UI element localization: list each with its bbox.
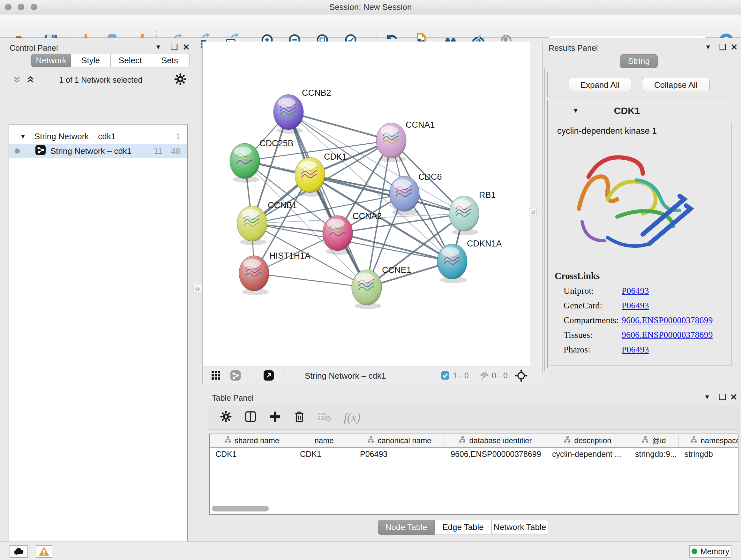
column-header-description[interactable]: description (546, 434, 629, 447)
crosslink-link[interactable]: 9606.ENSP00000378699 (622, 315, 713, 325)
column-header-name[interactable]: name (294, 434, 354, 447)
network-canvas[interactable]: CCNB2CCNA1CDC25BCDK1CDC6RB1CCNB1CCNA2CDK… (202, 42, 530, 367)
network-collection-row[interactable]: ▼ String Network – cdk1 1 (9, 129, 187, 144)
crosslinks-list: Uniprot:P06493GeneCard:P06493Compartment… (550, 286, 731, 355)
network-node-label: CCNA2 (353, 211, 382, 221)
gene-entry: ▼ CDK1 cyclin-dependent kinase 1 (547, 100, 734, 368)
network-node-CDKN1A[interactable]: CDKN1A (437, 239, 502, 283)
crosslink-link[interactable]: P06493 (622, 286, 649, 296)
table-cell[interactable]: CDK1 (294, 448, 354, 461)
expand-collapse-bar: Expand All Collapse All (547, 72, 734, 98)
network-node-label: CCNB2 (302, 88, 331, 98)
column-header-shared-name[interactable]: shared name (210, 434, 294, 447)
tab-string[interactable]: String (620, 54, 658, 68)
results-panel-collapse-icon[interactable]: ▼ (705, 44, 711, 51)
network-tree: ▼ String Network – cdk1 1 String Network… (9, 124, 188, 560)
column-tree-icon (224, 436, 231, 445)
crosslink-row: Compartments:9606.ENSP00000378699 (563, 315, 731, 325)
horizontal-scrollbar-thumb[interactable] (212, 506, 269, 511)
entry-collapse-icon[interactable]: ▼ (572, 107, 579, 114)
table-cell[interactable]: P06493 (354, 448, 445, 461)
selected-checkbox-icon[interactable] (441, 371, 450, 381)
table-tabs: Node TableEdge TableNetwork Table (378, 520, 548, 535)
network-node-RB1[interactable]: RB1 (449, 190, 496, 235)
control-panel-float-icon[interactable]: ❑ (171, 42, 178, 52)
main-toolbar: ? (0, 15, 741, 38)
crosslink-label: Compartments: (563, 315, 622, 325)
table-panel-collapse-icon[interactable]: ▼ (704, 393, 711, 401)
tree-expander-icon[interactable]: ▼ (20, 133, 26, 140)
network-node-CCNE1[interactable]: CCNE1 (352, 265, 411, 309)
table-panel-close-icon[interactable]: ✕ (730, 392, 738, 402)
show-columns-icon[interactable] (244, 410, 257, 424)
collection-count: 1 (176, 132, 180, 141)
memory-button[interactable]: Memory (689, 545, 731, 558)
crosslink-label: Pharos: (563, 345, 622, 355)
warning-button[interactable] (36, 545, 52, 558)
right-splitter-grip[interactable] (529, 208, 537, 216)
table-cell[interactable]: cyclin-dependent ... (546, 448, 629, 461)
table-cell[interactable]: stringdb (679, 448, 738, 461)
control-panel-collapse-icon[interactable]: ▼ (155, 44, 161, 51)
control-panel-close-icon[interactable]: ✕ (183, 42, 190, 52)
results-panel-float-icon[interactable]: ❑ (719, 42, 726, 52)
crosslink-link[interactable]: P06493 (622, 345, 649, 355)
tab-network-table[interactable]: Network Table (491, 520, 548, 535)
cloud-button[interactable] (10, 545, 28, 558)
expand-all-button[interactable]: Expand All (569, 78, 631, 92)
delete-table-icon (318, 411, 332, 423)
fit-crosshair-icon[interactable] (515, 369, 528, 383)
column-header-namespace[interactable]: namespace (679, 434, 738, 447)
network-node-label: CDC6 (418, 172, 442, 182)
network-options-gear-icon[interactable] (174, 73, 187, 87)
tab-style[interactable]: Style (71, 54, 111, 67)
network-edge[interactable] (254, 273, 367, 287)
table-cell[interactable]: stringdb:9... (629, 448, 679, 461)
network-share-badge-icon (230, 370, 241, 382)
birdseye-grid-icon[interactable] (211, 370, 221, 382)
network-node-CDK1[interactable]: CDK1 (295, 152, 347, 197)
network-view-toolbar: String Network – cdk1 1 - 0 0 - 0 (202, 367, 530, 384)
table-row[interactable]: CDK1CDK1P064939606.ENSP00000378699cyclin… (210, 448, 738, 461)
tab-network[interactable]: Network (31, 54, 71, 67)
left-splitter-grip[interactable] (193, 285, 201, 293)
collapse-all-button[interactable]: Collapse All (642, 78, 710, 92)
delete-column-trash-icon[interactable] (293, 411, 306, 424)
toolbar-separator (283, 368, 283, 383)
tab-edge-table[interactable]: Edge Table (434, 520, 491, 535)
network-node-CDC25B[interactable]: CDC25B (230, 138, 293, 183)
crosslink-link[interactable]: P06493 (622, 300, 649, 311)
column-header--id[interactable]: @id (629, 434, 679, 447)
crosslink-row: Tissues:9606.ENSP00000378699 (563, 330, 731, 340)
current-network-dot-icon (15, 148, 20, 153)
column-header-canonical-name[interactable]: canonical name (354, 434, 445, 447)
table-cell[interactable]: CDK1 (210, 448, 294, 461)
selected-node-edge-counts: 1 - 0 (453, 371, 469, 380)
gene-entry-header[interactable]: ▼ CDK1 (548, 100, 734, 121)
table-panel-float-icon[interactable]: ❑ (719, 392, 726, 402)
crosslink-link[interactable]: 9606.ENSP00000378699 (622, 330, 713, 340)
network-node-label: RB1 (479, 190, 496, 200)
tab-node-table[interactable]: Node Table (378, 520, 434, 535)
network-row-selected[interactable]: String Network – cdk1 11 48 (9, 144, 187, 159)
open-external-icon[interactable] (263, 370, 274, 382)
tab-sets[interactable]: Sets (150, 54, 190, 67)
table-cell[interactable]: 9606.ENSP00000378699 (445, 448, 546, 461)
network-node-CCNB1[interactable]: CCNB1 (237, 200, 297, 245)
table-settings-gear-icon[interactable] (220, 411, 232, 424)
column-header-database-identifier[interactable]: database identifier (445, 434, 546, 447)
network-node-CCNA1[interactable]: CCNA1 (376, 120, 435, 162)
results-panel-close-icon[interactable]: ✕ (731, 42, 738, 52)
application-window: Session: New Session (0, 0, 741, 560)
toolbar-separator (246, 368, 246, 383)
column-tree-icon (564, 436, 571, 445)
column-tree-icon (367, 436, 374, 445)
add-column-icon[interactable] (269, 411, 281, 424)
crosslink-label: Tissues: (563, 330, 622, 340)
network-node-CCNB2[interactable]: CCNB2 (273, 88, 331, 134)
memory-label: Memory (700, 547, 729, 556)
network-edge[interactable] (288, 112, 367, 287)
network-node-HIST1H1A[interactable]: HIST1H1A (239, 251, 311, 295)
hidden-eye-icon (480, 371, 489, 381)
tab-select[interactable]: Select (111, 54, 150, 67)
